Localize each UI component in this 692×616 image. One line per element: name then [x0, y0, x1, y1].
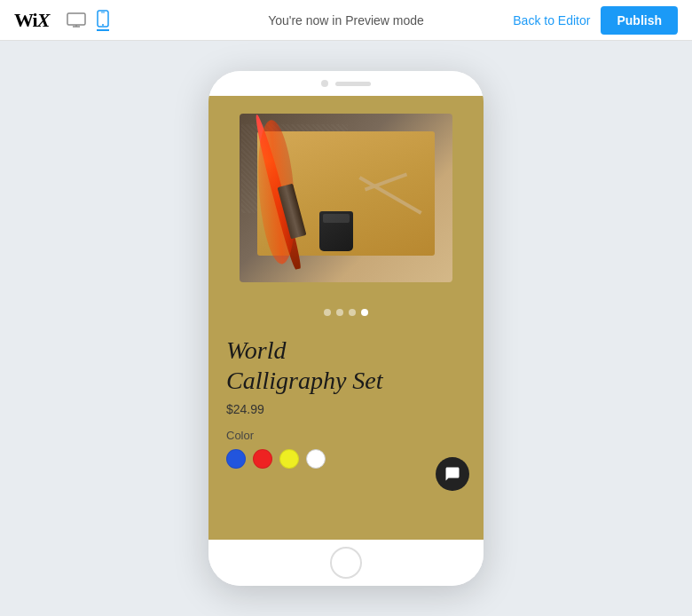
carousel-dot-1[interactable]: [324, 309, 331, 316]
svg-point-4: [102, 24, 104, 26]
svg-rect-0: [67, 13, 85, 25]
phone-speaker: [335, 82, 371, 86]
preview-mode-text: You're now in Preview mode: [268, 13, 424, 28]
product-title: World Calligraphy Set: [226, 336, 466, 395]
carousel-dot-2[interactable]: [336, 309, 343, 316]
swatch-yellow[interactable]: [279, 449, 299, 469]
product-info: World Calligraphy Set $24.99 Color: [208, 321, 484, 540]
device-icons: [67, 10, 109, 31]
swatch-white[interactable]: [306, 449, 326, 469]
carousel-dot-4[interactable]: [361, 309, 368, 316]
swatch-red[interactable]: [253, 449, 272, 469]
phone-screen: World Calligraphy Set $24.99 Color: [208, 96, 484, 540]
swatch-blue[interactable]: [226, 449, 246, 469]
mobile-icon[interactable]: [97, 10, 109, 31]
chat-button[interactable]: [436, 457, 469, 491]
desktop-icon[interactable]: [67, 12, 86, 28]
phone-mockup: World Calligraphy Set $24.99 Color: [208, 71, 484, 586]
product-image-container: [208, 96, 484, 300]
publish-button[interactable]: Publish: [601, 6, 678, 35]
product-price: $24.99: [226, 402, 466, 416]
carousel-dot-3[interactable]: [349, 309, 356, 316]
color-swatches: [226, 449, 466, 469]
wix-logo: WiX: [14, 9, 49, 32]
topbar-right: Back to Editor Publish: [513, 6, 678, 35]
back-to-editor-link[interactable]: Back to Editor: [513, 13, 590, 28]
phone-bottom: [208, 540, 484, 586]
topbar: WiX You're now in Preview mode Back to E…: [0, 0, 692, 41]
phone-top: [208, 71, 484, 96]
product-image: [240, 105, 452, 291]
carousel-dots: [208, 300, 484, 321]
phone-camera: [321, 80, 328, 87]
ink-bottle: [319, 211, 353, 251]
product-color-label: Color: [226, 429, 466, 442]
phone-home-button[interactable]: [330, 547, 362, 579]
preview-canvas: World Calligraphy Set $24.99 Color: [0, 41, 692, 616]
